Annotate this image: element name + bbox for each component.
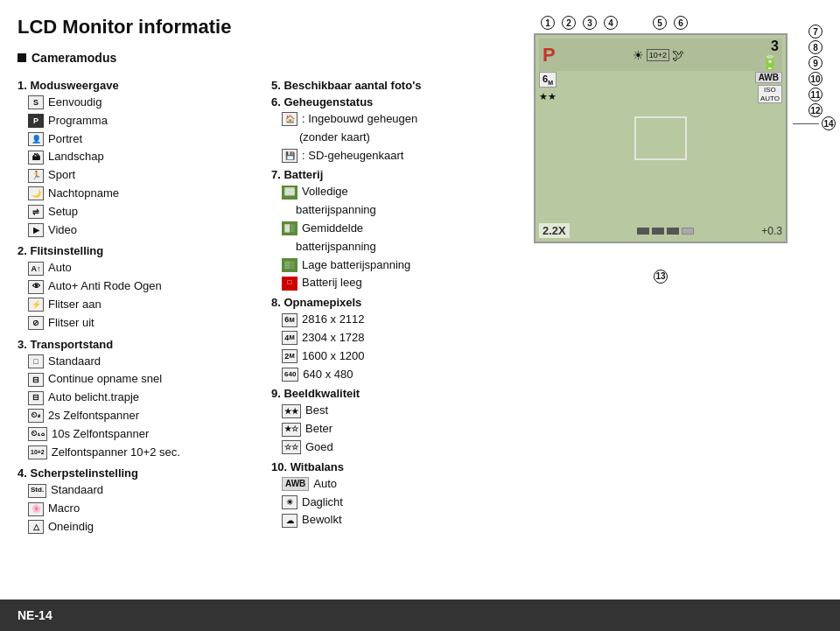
section-2-heading: 2. Flitsinstelling	[18, 244, 254, 257]
num-label-7: 7	[808, 25, 822, 39]
left-column: 1. Modusweergave S Eenvoudig P Programma…	[18, 72, 254, 536]
num-label-4: 4	[604, 16, 618, 30]
list-item: 🏃 Sport	[26, 166, 254, 185]
list-item: Std. Standaard	[26, 481, 254, 500]
lcd-left-icons: 6M ★★	[539, 72, 556, 102]
icon-anti-rode-ogen: 👁	[28, 280, 44, 294]
right-column: 5. Beschikbaar aantal foto's 6. Geheugen…	[271, 72, 525, 536]
section-5-heading: 5. Beschikbaar aantal foto's	[271, 79, 525, 92]
icon-battery-mid: ▓░	[282, 221, 298, 235]
list-item: AWB Auto	[280, 475, 525, 494]
icon-oneindig: △	[28, 520, 44, 534]
list-item: ☆☆ Goed	[280, 438, 525, 457]
icon-battery-low: ▒░	[282, 258, 298, 272]
list-item: 10+2 Zelfontspanner 10+2 sec.	[26, 444, 254, 462]
list-item: ⇌ Setup	[26, 203, 254, 221]
top-number-row: 1 2 3 4 5 6	[541, 16, 840, 30]
lcd-ev-value: +0.3	[761, 225, 782, 237]
num-label-2: 2	[562, 16, 576, 30]
footer-label: NE-14	[18, 608, 52, 622]
lcd-6m-icon: 6M	[539, 72, 556, 88]
battery-seg-4	[682, 228, 694, 235]
section-1-heading: 1. Modusweergave	[18, 79, 254, 92]
list-item: ▓▓ Volledige	[280, 183, 525, 201]
lcd-top-icons: ☀ 10+2 🕊	[633, 48, 684, 62]
section-8-heading: 8. Opnamepixels	[271, 296, 525, 309]
num-label-12: 12	[808, 103, 822, 117]
icon-640: 640	[282, 368, 298, 382]
battery-seg-1	[637, 228, 649, 235]
num-label-5: 5	[653, 16, 667, 30]
section-7-heading: 7. Batterij	[271, 168, 525, 181]
icon-bewolkt: ☁	[282, 514, 298, 528]
num-label-11: 11	[808, 88, 822, 102]
icon-ingebouwd: 🏠	[282, 112, 298, 126]
section-9-heading: 9. Beeldkwaliteit	[271, 387, 525, 400]
num-label-9: 9	[808, 56, 822, 70]
icon-6m: 6M	[282, 313, 298, 327]
two-column-layout: 1. Modusweergave S Eenvoudig P Programma…	[18, 72, 525, 536]
page-title: LCD Monitor informatie	[18, 16, 525, 39]
lcd-sun-icon: ☀	[633, 48, 644, 62]
list-item: 6M 2816 x 2112	[280, 311, 525, 329]
num-label-10: 10	[808, 72, 822, 86]
diagram-row: P ☀ 10+2 🕊 3 🔋	[534, 33, 840, 264]
list-item: □ Standaard	[26, 353, 254, 371]
icon-sport: 🏃	[28, 169, 44, 183]
list-item: ⊟ Auto belicht.trapje	[26, 389, 254, 407]
icon-flitser-aan: ⚡	[28, 298, 44, 312]
icon-macro: 🌸	[28, 502, 44, 516]
list-item: ▓░ Gemiddelde	[280, 220, 525, 238]
icon-best: ★★	[282, 404, 301, 418]
icon-auto-belicht: ⊟	[28, 391, 44, 405]
section-3-heading: 3. Transportstand	[18, 338, 254, 351]
section-4-heading: 4. Scherpstelinstelling	[18, 466, 254, 480]
list-item: 4M 2304 x 1728	[280, 329, 525, 347]
num-label-3: 3	[583, 16, 597, 30]
footer-bar: NE-14	[0, 599, 840, 631]
icon-awb: AWB	[282, 477, 309, 491]
icon-2m: 2M	[282, 349, 298, 363]
icon-nachtopname: 🌙	[28, 186, 44, 200]
lcd-battery-segments	[637, 228, 694, 235]
icon-std: Std.	[28, 484, 46, 498]
icon-setup: ⇌	[28, 205, 44, 219]
icon-landschap: 🏔	[28, 151, 44, 165]
icon-standaard: □	[28, 354, 44, 368]
list-item: 640 640 x 480	[280, 366, 525, 384]
list-item: ☁ Bewolkt	[280, 511, 525, 529]
lcd-right-top: 3 🔋	[761, 39, 779, 71]
list-item: A↑ Auto	[26, 259, 254, 277]
list-item: 👤 Portret	[26, 130, 254, 149]
icon-4m: 4M	[282, 331, 298, 345]
list-item: ★★ Best	[280, 402, 525, 420]
num-7-container: 7	[808, 25, 822, 39]
list-item: S Eenvoudig	[26, 94, 254, 112]
num-label-6: 6	[674, 16, 688, 30]
icon-auto-flash: A↑	[28, 262, 44, 276]
label-13-circle: 13	[654, 270, 668, 284]
list-item: ⏲₁₀ 10s Zelfontspanner	[26, 425, 254, 444]
section-cameramodus-heading: Cameramodus	[18, 51, 525, 65]
list-item: ⏲₂ 2s Zelfontspanner	[26, 407, 254, 425]
icon-2s-timer: ⏲₂	[28, 409, 44, 423]
lcd-mode-p: P	[542, 44, 556, 67]
list-item: △ Oneindig	[26, 518, 254, 536]
lcd-frame-count: 3	[771, 39, 779, 54]
list-item: ☀ Daglicht	[280, 494, 525, 512]
lcd-10plus-icon: 10+2	[647, 49, 669, 61]
right-number-column: 7 8 9 10 11	[808, 25, 822, 117]
icon-p: P	[28, 114, 44, 128]
main-content: LCD Monitor informatie Cameramodus 1. Mo…	[0, 0, 840, 599]
list-item: 💾 : SD-geheugenkaart	[280, 147, 525, 165]
section-6-heading: 6. Geheugenstatus	[271, 95, 525, 109]
num-10-container: 10	[808, 72, 822, 86]
label-13-container: 13	[654, 270, 668, 284]
num-9-container: 9	[808, 56, 822, 70]
lcd-battery-icon: 🔋	[761, 54, 779, 71]
list-item: 🌙 Nachtopname	[26, 185, 254, 203]
list-item-indent: batterijspanning	[296, 238, 525, 256]
icon-video: ▶	[28, 223, 44, 237]
list-item: 2M 1600 x 1200	[280, 347, 525, 366]
num-8-container: 8	[808, 40, 822, 54]
